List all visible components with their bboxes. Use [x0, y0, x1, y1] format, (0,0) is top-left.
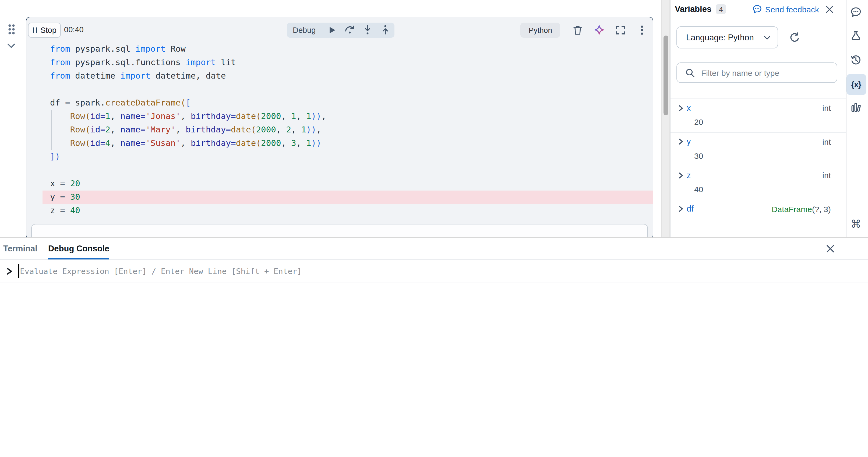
close-bottom-panel-button[interactable] [826, 244, 835, 253]
code-token [50, 125, 70, 134]
search-icon [686, 68, 695, 77]
code-token: 1 [306, 111, 311, 121]
language-selector[interactable]: Language: Python [676, 26, 778, 49]
stop-button[interactable]: Stop [28, 22, 61, 37]
code-token: )) [311, 111, 321, 121]
filter-input[interactable] [701, 68, 837, 77]
tab-terminal[interactable]: Terminal [3, 244, 37, 253]
code-token: Row [170, 44, 186, 54]
notebook-scrollbar[interactable] [661, 0, 670, 237]
expand-cell-button[interactable] [610, 22, 631, 37]
code-token: , [181, 111, 190, 121]
code-block[interactable]: from pyspark.sql import Rowfrom pyspark.… [26, 42, 653, 217]
variable-value: 30 [694, 150, 831, 161]
code-token: 2000 [261, 111, 281, 121]
code-line[interactable]: from datetime import datetime, date [26, 69, 653, 83]
scrollbar-thumb[interactable] [663, 35, 669, 115]
variable-name[interactable]: df [687, 204, 694, 214]
step-over-button[interactable] [341, 22, 359, 37]
expand-chevron-icon[interactable] [679, 206, 683, 212]
code-token: 3 [291, 138, 296, 148]
code-token: import [186, 57, 221, 67]
assistant-chat-icon[interactable] [849, 6, 862, 19]
variable-type: int [822, 137, 831, 146]
code-token: Row( [70, 138, 90, 148]
variable-shape: (?, 3) [812, 204, 831, 213]
code-token: )) [311, 138, 321, 148]
code-line[interactable]: z = 40 [26, 204, 653, 217]
code-line[interactable] [26, 83, 653, 96]
step-into-button[interactable] [359, 22, 377, 37]
code-token: 'Jonas' [146, 111, 181, 121]
variable-type: DataFrame [772, 204, 812, 213]
code-line[interactable]: ]) [26, 150, 653, 163]
close-panel-button[interactable] [826, 5, 834, 13]
code-token: , [281, 111, 291, 121]
debug-console-input-row[interactable]: Evaluate Expression [Enter] / Enter New … [0, 260, 868, 283]
debug-label: Debug [293, 26, 316, 34]
code-token: name= [120, 125, 145, 134]
code-token: , [316, 125, 321, 134]
code-line[interactable]: from pyspark.sql import Row [26, 42, 653, 56]
code-token: Row( [70, 125, 90, 134]
code-token: 4 [105, 138, 110, 148]
code-token [50, 138, 70, 148]
expand-chevron-icon[interactable] [679, 105, 683, 111]
code-token: id= [90, 111, 105, 121]
tab-debug-console[interactable]: Debug Console [48, 238, 109, 259]
expand-chevron-icon[interactable] [679, 138, 683, 145]
continue-button[interactable] [323, 22, 341, 37]
keyboard-shortcuts-icon[interactable]: ⌘ [849, 217, 862, 231]
code-token: 1 [301, 125, 306, 134]
code-token: 2000 [261, 138, 281, 148]
code-token: from [50, 57, 75, 67]
code-token: = [60, 178, 70, 188]
code-token: 40 [70, 205, 80, 215]
delete-cell-button[interactable] [567, 22, 588, 37]
cell-toolbar: Stop 00:40 Debug [26, 17, 653, 42]
code-line[interactable]: from pyspark.sql.functions import lit [26, 56, 653, 69]
code-token: lit [221, 57, 236, 67]
code-line[interactable]: x = 20 [26, 177, 653, 190]
notebook-cell[interactable]: Stop 00:40 Debug [26, 17, 653, 240]
notebook-area: Stop 00:40 Debug [0, 0, 661, 237]
feedback-bubble-icon [752, 4, 762, 14]
code-token: date( [231, 125, 256, 134]
variable-row[interactable]: zint40 [671, 166, 846, 200]
bottom-panel-tabs: Terminal Debug Console [0, 238, 868, 260]
code-token: birthday= [191, 138, 236, 148]
send-feedback-link[interactable]: Send feedback [752, 4, 819, 14]
cell-menu-button[interactable] [631, 22, 653, 37]
variable-row[interactable]: yint30 [671, 132, 846, 166]
version-history-icon[interactable] [849, 53, 862, 66]
code-line[interactable]: Row(id=4, name='Susan', birthday=date(20… [26, 136, 653, 150]
refresh-variables-button[interactable] [789, 32, 800, 43]
drag-handle-icon[interactable] [7, 24, 16, 35]
variable-name[interactable]: y [687, 137, 691, 146]
step-out-button[interactable] [377, 22, 395, 37]
code-token: Row( [70, 111, 90, 121]
code-line[interactable] [26, 163, 653, 177]
language-badge[interactable]: Python [521, 22, 560, 37]
variables-tab-icon[interactable]: {x} [846, 73, 866, 95]
collapse-cell-icon[interactable] [7, 43, 16, 49]
code-line[interactable]: Row(id=2, name='Mary', birthday=date(200… [26, 123, 653, 136]
code-token: import [135, 44, 170, 54]
expand-chevron-icon[interactable] [679, 172, 683, 178]
variable-row[interactable]: xint20 [671, 98, 846, 132]
experiments-flask-icon[interactable] [849, 29, 862, 42]
code-token: 30 [70, 192, 80, 202]
code-token: date( [236, 138, 261, 148]
data-explorer-icon[interactable] [849, 101, 862, 114]
code-token: name= [120, 138, 145, 148]
code-line[interactable]: Row(id=1, name='Jonas', birthday=date(20… [26, 110, 653, 123]
code-line[interactable]: df = spark.createDataFrame([ [26, 96, 653, 110]
code-line-breakpoint[interactable]: y = 30 [26, 190, 653, 204]
variable-name[interactable]: x [687, 103, 691, 113]
filter-input-box[interactable] [676, 62, 837, 83]
app: Stop 00:40 Debug [0, 0, 868, 457]
variable-row[interactable]: dfDataFrame (?, 3) [671, 200, 846, 222]
code-token: 2 [105, 125, 110, 134]
assistant-sparkle-button[interactable] [588, 22, 610, 37]
variable-name[interactable]: z [687, 171, 691, 180]
